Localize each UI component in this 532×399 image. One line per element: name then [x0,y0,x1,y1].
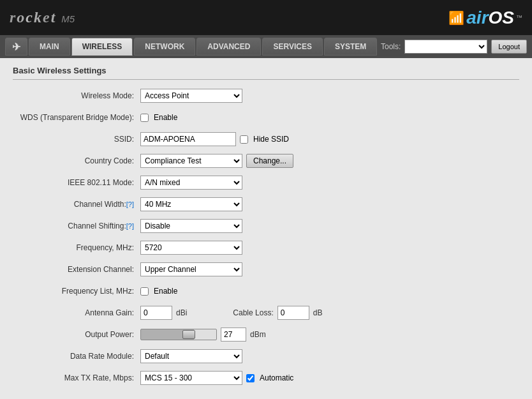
frequency-list-label: Frequency List, MHz: [13,287,140,296]
cable-loss-input[interactable] [277,306,309,320]
main-content: Basic Wireless Settings Wireless Mode: A… [0,58,532,399]
ssid-label: SSID: [13,135,140,144]
data-rate-module-control: Default High Throughput Legacy [140,349,242,363]
cable-loss-unit: dB [313,308,323,317]
tools-area: Tools: Logout [381,40,527,54]
ieee-mode-select[interactable]: A/N mixed A only N only [140,176,242,190]
output-power-unit: dBm [250,330,266,339]
wds-checkbox[interactable] [140,114,149,122]
tab-network[interactable]: NETWORK [134,38,195,56]
country-code-label: Country Code: [13,156,140,165]
ieee-mode-control: A/N mixed A only N only [140,176,242,190]
frequency-select[interactable]: 5720 5745 5765 [140,241,242,255]
channel-width-select[interactable]: 40 MHz 20 MHz 10 MHz 5 MHz [140,197,242,211]
tab-ubiquiti[interactable]: ✈ [5,38,27,56]
country-code-select[interactable]: Compliance Test United States Brazil [140,154,242,168]
power-slider-thumb[interactable] [182,330,195,339]
wireless-mode-select[interactable]: Access Point Station Access Point WDS St… [140,89,242,103]
wifi-icon: 📶 [448,10,464,26]
frequency-list-control: Enable [140,287,177,296]
wds-label: WDS (Transparent Bridge Mode): [13,113,140,122]
extension-channel-label: Extension Channel: [13,265,140,274]
max-tx-rate-select[interactable]: MCS 15 - 300 MCS 14 - 270 MCS 13 - 243 [140,371,242,385]
output-power-input[interactable] [221,327,246,342]
channel-shifting-help[interactable]: [?] [126,222,134,230]
power-slider-track[interactable] [140,329,217,340]
wds-row: WDS (Transparent Bridge Mode): Enable [13,109,519,126]
ssid-row: SSID: Hide SSID [13,131,519,147]
channel-width-help[interactable]: [?] [126,200,134,208]
automatic-checkbox[interactable] [246,374,255,382]
logo-area: rocket M5 [10,9,75,26]
country-change-button[interactable]: Change... [246,154,293,168]
channel-shifting-control: Disable Enable [140,219,242,233]
tools-select[interactable] [404,40,487,54]
tab-services[interactable]: SERVICES [262,38,322,56]
cable-loss-label: Cable Loss: [233,308,273,317]
channel-shifting-row: Channel Shifting:[?] Disable Enable [13,218,519,234]
antenna-gain-row: Antenna Gain: dBi Cable Loss: dB [13,305,519,321]
airos-logo: 📶 airOS ™ [448,8,522,28]
ssid-control: Hide SSID [140,132,289,146]
country-code-row: Country Code: Compliance Test United Sta… [13,153,519,169]
airos-text: airOS [466,8,514,28]
tools-label: Tools: [381,42,401,51]
hide-ssid-checkbox[interactable] [240,135,248,144]
data-rate-module-label: Data Rate Module: [13,352,140,361]
max-tx-rate-control: MCS 15 - 300 MCS 14 - 270 MCS 13 - 243 A… [140,371,293,385]
output-power-control: dBm [140,327,266,342]
tab-wireless[interactable]: WIRELESS [71,38,133,56]
logo-model: M5 [61,13,75,24]
channel-shifting-label: Channel Shifting:[?] [13,222,140,230]
frequency-list-row: Frequency List, MHz: Enable [13,283,519,299]
channel-width-row: Channel Width:[?] 40 MHz 20 MHz 10 MHz 5… [13,196,519,213]
channel-width-control: 40 MHz 20 MHz 10 MHz 5 MHz [140,197,242,211]
frequency-control: 5720 5745 5765 [140,241,242,255]
country-code-control: Compliance Test United States Brazil Cha… [140,154,293,168]
automatic-label: Automatic [260,373,293,382]
data-rate-module-select[interactable]: Default High Throughput Legacy [140,349,242,363]
max-tx-rate-row: Max TX Rate, Mbps: MCS 15 - 300 MCS 14 -… [13,370,519,386]
navbar: ✈ MAIN WIRELESS NETWORK ADVANCED SERVICE… [0,35,532,58]
hide-ssid-label: Hide SSID [253,135,289,144]
antenna-gain-input[interactable] [140,306,172,320]
ssid-input[interactable] [140,132,236,146]
trademark: ™ [516,14,522,21]
frequency-list-checkbox[interactable] [140,287,149,296]
logout-button[interactable]: Logout [491,40,527,54]
max-tx-rate-label: Max TX Rate, Mbps: [13,373,140,382]
tab-main[interactable]: MAIN [29,38,70,56]
logo-rocket: rocket [10,9,56,26]
antenna-gain-control: dBi Cable Loss: dB [140,306,322,320]
wireless-mode-label: Wireless Mode: [13,91,140,100]
basic-wireless-title: Basic Wireless Settings [13,66,519,80]
frequency-list-enable-label: Enable [154,287,177,296]
ieee-mode-row: IEEE 802.11 Mode: A/N mixed A only N onl… [13,174,519,191]
wds-enable-label: Enable [154,113,177,122]
wds-control: Enable [140,113,177,122]
channel-width-label: Channel Width:[?] [13,200,140,209]
ieee-mode-label: IEEE 802.11 Mode: [13,178,140,187]
frequency-label: Frequency, MHz: [13,243,140,252]
extension-channel-row: Extension Channel: Upper Channel Lower C… [13,261,519,278]
frequency-row: Frequency, MHz: 5720 5745 5765 [13,239,519,256]
extension-channel-select[interactable]: Upper Channel Lower Channel [140,262,242,276]
output-power-label: Output Power: [13,330,140,339]
extension-channel-control: Upper Channel Lower Channel [140,262,242,276]
tab-advanced[interactable]: ADVANCED [196,38,261,56]
output-power-row: Output Power: dBm [13,326,519,343]
channel-shifting-select[interactable]: Disable Enable [140,219,242,233]
tab-system[interactable]: SYSTEM [324,38,377,56]
wireless-mode-row: Wireless Mode: Access Point Station Acce… [13,87,519,104]
header: rocket M5 📶 airOS ™ [0,0,532,35]
data-rate-module-row: Data Rate Module: Default High Throughpu… [13,348,519,365]
wireless-mode-control: Access Point Station Access Point WDS St… [140,89,242,103]
antenna-gain-unit: dBi [176,308,187,317]
antenna-gain-label: Antenna Gain: [13,308,140,317]
